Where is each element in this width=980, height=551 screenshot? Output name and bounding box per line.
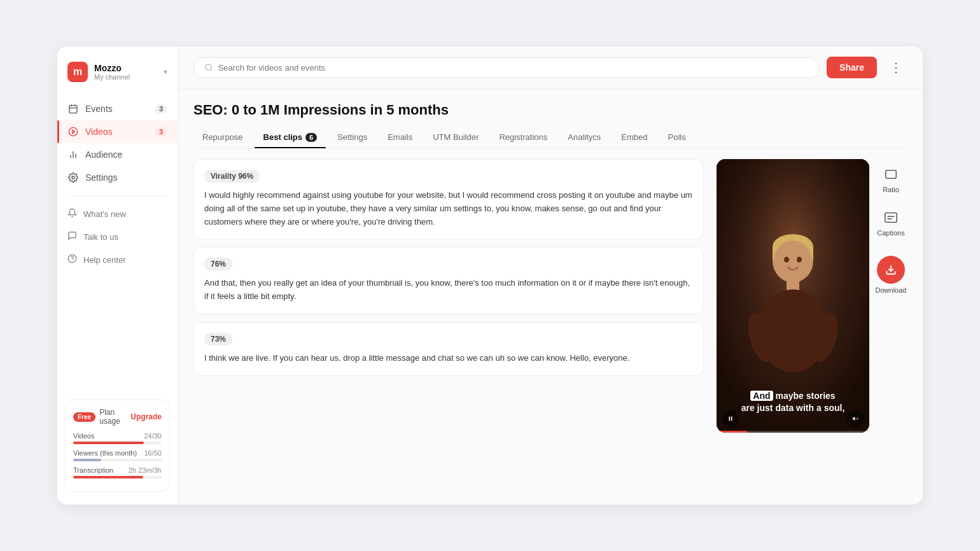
tab-analytics[interactable]: Analitycs [559, 127, 610, 148]
download-button[interactable] [877, 256, 905, 284]
videos-label: Videos [73, 432, 94, 440]
videos-usage-row: Videos 24/30 [73, 432, 162, 444]
pause-button[interactable] [722, 410, 739, 428]
tab-utm-builder[interactable]: UTM Builder [424, 127, 487, 148]
captions-label: Captions [877, 229, 904, 237]
upgrade-button[interactable]: Upgrade [130, 412, 162, 421]
svg-marker-5 [73, 130, 75, 133]
clip-text: And that, then you really get an idea of… [204, 277, 693, 303]
svg-rect-27 [731, 417, 732, 421]
sidebar-item-help[interactable]: Help center [57, 248, 178, 271]
download-tool[interactable]: Download [876, 253, 907, 294]
videos-count: 24/30 [144, 432, 162, 440]
transcription-usage-row: Transcription 2h 23m/3h [73, 466, 162, 478]
plan-usage-label: Plan usage [99, 408, 127, 426]
clip-badge: 76% [204, 258, 232, 270]
svg-point-12 [206, 64, 211, 70]
clip-card[interactable]: 73% I think we are live. If you can hear… [193, 322, 704, 376]
tab-best-clips[interactable]: Best clips 6 [255, 127, 326, 148]
audience-icon [67, 149, 79, 160]
sidebar-item-talk[interactable]: Talk to us [57, 225, 178, 248]
sidebar-divider [67, 195, 167, 196]
viewers-usage-row: Viewers (this month) 16/50 [73, 449, 162, 461]
tab-polls[interactable]: Polls [659, 127, 695, 148]
videos-badge: 3 [155, 127, 167, 136]
share-button[interactable]: Share [827, 57, 877, 78]
svg-point-24 [784, 257, 789, 263]
page-title: SEO: 0 to 1M Impressions in 5 months [193, 102, 907, 118]
sidebar-bottom-label: What's new [83, 209, 126, 219]
sidebar-item-label: Settings [85, 172, 118, 183]
topbar: Share ⋮ [178, 46, 923, 89]
video-controls [722, 410, 864, 428]
plan-usage-box: Free Plan usage Upgrade Videos 24/30 Vie… [65, 400, 170, 492]
videos-progress-fill [73, 442, 144, 444]
video-progress-bar[interactable] [717, 431, 869, 433]
bell-icon [67, 208, 77, 220]
svg-point-9 [72, 176, 74, 179]
captions-tool[interactable]: Captions [874, 202, 907, 243]
tab-settings[interactable]: Settings [328, 127, 376, 148]
sidebar-bottom-label: Talk to us [83, 232, 118, 242]
videos-icon [67, 126, 79, 137]
sidebar-logo[interactable]: m Mozzo My channel ▾ [57, 62, 178, 97]
sidebar-bottom-label: Help center [83, 255, 125, 265]
app-name: Mozzo [94, 63, 157, 73]
svg-point-19 [774, 241, 812, 281]
download-label: Download [876, 286, 907, 294]
events-icon [67, 103, 79, 115]
sidebar-item-events[interactable]: Events 3 [57, 97, 178, 120]
clip-badge: Virality 96% [204, 170, 260, 183]
sidebar-item-audience[interactable]: Audience [57, 143, 178, 166]
ratio-tool[interactable]: Ratio [874, 159, 907, 200]
free-badge: Free [73, 412, 95, 422]
subtitle-highlight: And [750, 391, 773, 401]
channel-name: My channel [94, 73, 157, 81]
help-icon [67, 254, 77, 265]
svg-rect-31 [886, 171, 897, 179]
transcription-label: Transcription [73, 466, 113, 474]
search-icon [204, 63, 213, 72]
transcription-count: 2h 23m/3h [129, 466, 162, 474]
svg-rect-26 [729, 417, 731, 421]
viewers-label: Viewers (this month) [73, 449, 137, 457]
svg-marker-28 [853, 417, 855, 421]
search-input[interactable] [218, 63, 808, 73]
viewers-count: 16/50 [144, 449, 162, 457]
sidebar-item-videos[interactable]: Videos 3 [57, 120, 178, 143]
video-panel: 17s [717, 159, 907, 505]
body-split: Virality 96% I would highly recommend ag… [193, 159, 907, 505]
clip-text: I think we are live. If you can hear us,… [204, 352, 693, 365]
best-clips-count: 6 [305, 133, 317, 142]
clip-card[interactable]: Virality 96% I would highly recommend ag… [193, 159, 704, 239]
viewers-progress-fill [73, 459, 101, 461]
settings-icon [67, 172, 79, 183]
tab-repurpose[interactable]: Repurpose [193, 127, 252, 148]
viewers-progress-bar [73, 459, 162, 461]
search-box[interactable] [193, 57, 819, 78]
svg-point-4 [69, 127, 77, 136]
more-options-icon[interactable]: ⋮ [885, 57, 907, 78]
videos-progress-bar [73, 442, 162, 444]
tabs: Repurpose Best clips 6 Settings Emails U… [193, 127, 907, 149]
clip-badge: 73% [204, 333, 232, 345]
events-badge: 3 [155, 104, 167, 113]
mute-button[interactable] [846, 410, 864, 428]
main-area: Share ⋮ SEO: 0 to 1M Impressions in 5 mo… [178, 46, 923, 505]
svg-rect-0 [69, 106, 77, 113]
svg-point-25 [797, 257, 802, 263]
content-area: SEO: 0 to 1M Impressions in 5 months Rep… [178, 89, 923, 505]
video-wrapper: 17s [717, 159, 869, 433]
app-logo-icon: m [67, 62, 88, 82]
svg-line-13 [210, 69, 211, 71]
tab-emails[interactable]: Emails [379, 127, 421, 148]
side-tools: Ratio Captions [874, 159, 907, 294]
clip-card[interactable]: 76% And that, then you really get an ide… [193, 247, 704, 314]
sidebar-item-settings[interactable]: Settings [57, 166, 178, 189]
sidebar-item-whats-new[interactable]: What's new [57, 202, 178, 225]
tab-embed[interactable]: Embed [612, 127, 656, 148]
sidebar-item-label: Events [85, 104, 113, 114]
clips-list: Virality 96% I would highly recommend ag… [193, 159, 706, 505]
captions-icon [882, 209, 900, 227]
tab-registrations[interactable]: Registrations [490, 127, 556, 148]
